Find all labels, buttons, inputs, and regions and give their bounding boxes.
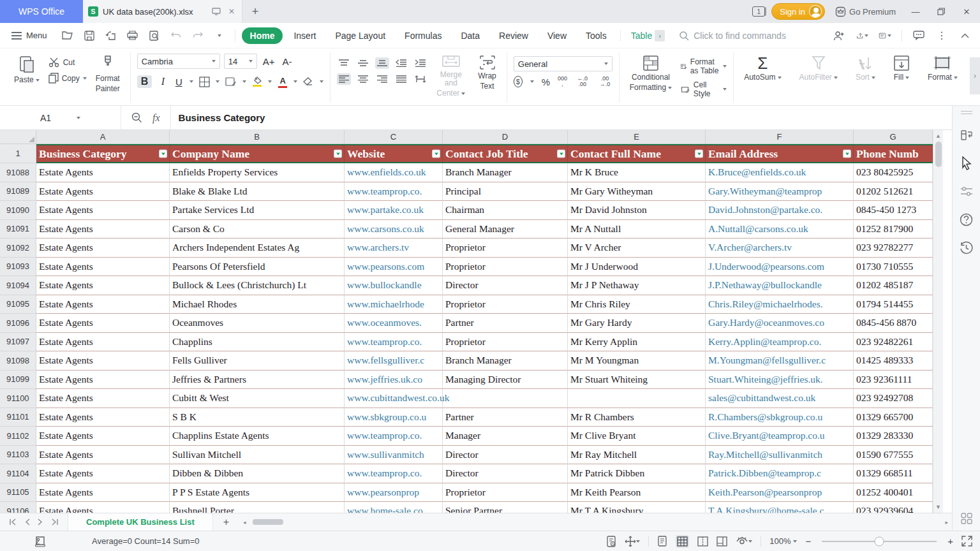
decrease-indent-button[interactable] xyxy=(394,57,408,69)
cell-company[interactable]: Fells Gulliver xyxy=(170,351,345,371)
filter-dropdown-icon[interactable] xyxy=(432,150,440,158)
cell-company[interactable]: Carson & Co xyxy=(170,220,345,239)
cell-category[interactable]: Estate Agents xyxy=(36,502,170,513)
table-header-cell[interactable]: Website xyxy=(345,144,443,163)
cell-job[interactable]: Managing Director xyxy=(443,371,568,390)
table-header-cell[interactable]: Email Address xyxy=(706,144,854,163)
horizontal-scrollbar[interactable]: ◂ ▸ xyxy=(239,513,952,531)
row-header-91098[interactable]: 91098 xyxy=(0,351,36,371)
cell-job[interactable]: Proprietor xyxy=(443,239,568,258)
cell-job[interactable]: Chairman xyxy=(443,201,568,220)
cell-category[interactable]: Estate Agents xyxy=(36,163,170,182)
font-name-select[interactable]: Cambria xyxy=(137,54,220,69)
cell-job[interactable]: Proprietor xyxy=(443,258,568,277)
comma-format-button[interactable]: 000, xyxy=(558,76,567,87)
cell-contact[interactable]: Mr K Bruce xyxy=(568,163,706,182)
cell-phone[interactable]: 01202 512621 xyxy=(854,182,933,202)
table-header-cell[interactable]: Business Category xyxy=(36,144,170,163)
zoom-level[interactable]: 100% xyxy=(769,536,797,546)
row-header-91090[interactable]: 91090 xyxy=(0,201,36,220)
cell-website[interactable]: www.archers.tv xyxy=(345,239,443,258)
tab-review[interactable]: Review xyxy=(491,27,537,44)
row-header-91094[interactable]: 91094 xyxy=(0,276,36,295)
cell-contact[interactable]: Mr Keith Pearson xyxy=(568,483,706,503)
first-sheet-icon[interactable] xyxy=(9,518,17,525)
cell-phone[interactable]: 01329 665700 xyxy=(854,408,933,427)
zoom-out-button[interactable]: − xyxy=(805,536,811,547)
decrease-decimal-button[interactable]: .00 →.0 xyxy=(597,76,612,87)
cell-email[interactable]: Clive.Bryant@teamprop.co.u xyxy=(706,427,854,446)
font-size-select[interactable]: 14 xyxy=(224,54,257,69)
notes-icon[interactable] xyxy=(879,29,891,42)
help-icon[interactable] xyxy=(960,212,974,226)
cell-company[interactable]: Jeffries & Partners xyxy=(170,371,345,390)
cell-category[interactable]: Estate Agents xyxy=(36,389,170,408)
cell-job[interactable]: Director xyxy=(443,446,568,465)
cell-contact[interactable]: Mr Gary Hardy xyxy=(568,314,706,333)
align-top-button[interactable] xyxy=(337,57,351,69)
cell-company[interactable]: Bullock & Lees (Christchurch) Lt xyxy=(170,276,345,295)
wps-office-button[interactable]: WPS Office xyxy=(0,0,83,23)
cell-website[interactable]: www.teamprop.co. xyxy=(345,333,443,352)
cell-email[interactable]: R.Chambers@sbkgroup.co.u xyxy=(706,408,854,427)
column-header-e[interactable]: E xyxy=(568,130,706,143)
undo-icon[interactable] xyxy=(170,29,182,42)
cell-contact[interactable]: Mr David Johnston xyxy=(568,201,706,220)
row-header-91096[interactable]: 91096 xyxy=(0,314,36,333)
row-header-91092[interactable]: 91092 xyxy=(0,239,36,258)
cell-category[interactable]: Estate Agents xyxy=(36,446,170,465)
row-header-91101[interactable]: 91101 xyxy=(0,408,36,427)
cell-contact[interactable]: Mr Clive Bryant xyxy=(568,427,706,446)
vertical-scrollbar[interactable]: ▲ ▼ xyxy=(933,130,943,513)
cell-phone[interactable]: 01794 514455 xyxy=(854,295,933,314)
sign-in-button[interactable]: Sign in xyxy=(771,3,825,20)
cell-email[interactable]: T.A.Kingsbury@home-sale.c xyxy=(706,502,854,513)
share-with-people-icon[interactable] xyxy=(833,29,845,42)
collapse-ribbon-icon[interactable] xyxy=(958,29,971,42)
page-layout-view-icon[interactable] xyxy=(716,536,727,547)
grid-view-icon[interactable] xyxy=(676,535,689,548)
merge-and-center-button[interactable]: Merge and Center xyxy=(433,54,469,99)
cell-company[interactable]: Archers Independent Estates Ag xyxy=(170,239,345,258)
row-header-91093[interactable]: 91093 xyxy=(0,258,36,277)
cell-phone[interactable]: 023 92482261 xyxy=(854,333,933,352)
tab-home[interactable]: Home xyxy=(242,27,283,44)
percent-format-button[interactable]: % xyxy=(542,77,550,87)
cell-contact[interactable]: Mr Patrick Dibben xyxy=(568,464,706,483)
cell-company[interactable]: Dibben & Dibben xyxy=(170,464,345,483)
page-break-view-icon[interactable] xyxy=(697,536,708,547)
cell-job[interactable]: Director xyxy=(443,464,568,483)
cell-email[interactable]: sales@cubittandwest.co.uk xyxy=(706,389,854,408)
justify-button[interactable] xyxy=(394,73,408,85)
row-header-91103[interactable]: 91103 xyxy=(0,446,36,465)
column-header-f[interactable]: F xyxy=(706,130,854,143)
cell-job[interactable] xyxy=(443,389,568,408)
history-icon[interactable] xyxy=(960,240,974,254)
tab-page-layout[interactable]: Page Layout xyxy=(327,27,394,44)
cell-job[interactable]: Principal xyxy=(443,182,568,202)
cell-website[interactable]: www.fellsgulliver.c xyxy=(345,351,443,371)
cell-contact[interactable]: Mr Ray Mitchell xyxy=(568,446,706,465)
cell-phone[interactable]: 01329 668511 xyxy=(854,464,933,483)
hscroll-left-icon[interactable]: ◂ xyxy=(243,519,246,525)
tab-view[interactable]: View xyxy=(539,27,575,44)
cell-company[interactable]: P P S Estate Agents xyxy=(170,483,345,503)
format-button[interactable]: Format xyxy=(924,54,961,83)
align-bottom-button[interactable] xyxy=(375,57,389,69)
cell-job[interactable]: Branch Manager xyxy=(443,351,568,371)
cell-website[interactable]: www.home-sale.co xyxy=(345,502,443,513)
conditional-formatting-button[interactable]: Conditional Formatting xyxy=(626,54,676,93)
column-header-c[interactable]: C xyxy=(345,130,443,143)
document-tab[interactable]: S UK data base(200k).xlsx ✕ xyxy=(83,0,242,23)
cell-job[interactable]: General Manager xyxy=(443,220,568,239)
cell-category[interactable]: Estate Agents xyxy=(36,276,170,295)
text-orientation-button[interactable] xyxy=(413,73,427,85)
zoom-formula-icon[interactable] xyxy=(131,112,142,123)
tab-insert[interactable]: Insert xyxy=(285,27,324,44)
cell-email[interactable]: J.Underwood@pearsons.com xyxy=(706,258,854,277)
redo-icon[interactable] xyxy=(191,29,204,42)
cell-website[interactable]: www.cubittandwest.co.uk xyxy=(345,389,443,408)
italic-button[interactable]: I xyxy=(158,76,168,87)
cell-company[interactable]: Cubitt & West xyxy=(170,389,345,408)
borders-button[interactable] xyxy=(199,77,210,87)
